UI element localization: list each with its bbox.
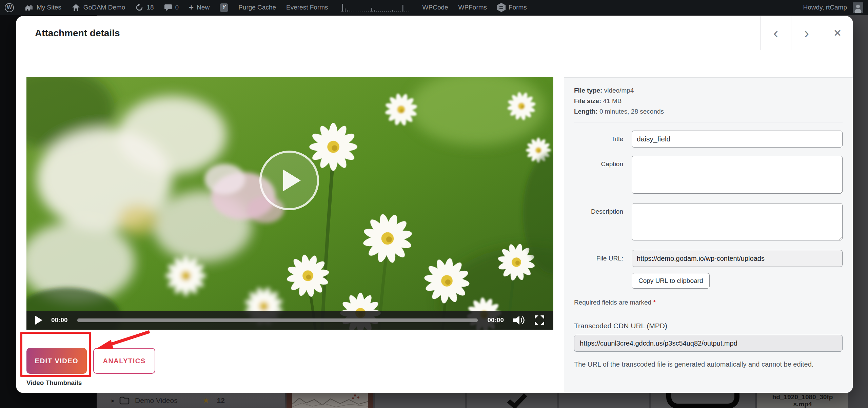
- yoast-menu[interactable]: Y: [215, 0, 233, 15]
- my-sites-menu[interactable]: My Sites: [19, 0, 66, 15]
- file-name-line: s.mp4: [793, 401, 812, 408]
- description-row: Description: [574, 203, 843, 242]
- volume-button[interactable]: [513, 315, 525, 326]
- video-thumbnails-heading: Video Thumbnails: [26, 379, 82, 387]
- folder-count: 12: [217, 396, 224, 405]
- play-button-icon[interactable]: [35, 316, 42, 325]
- updates-menu[interactable]: 18: [130, 0, 159, 15]
- wpcode-label: WPCode: [422, 4, 448, 11]
- copy-url-button[interactable]: Copy URL to clipboard: [632, 273, 710, 289]
- rounded-logo-outline: [666, 393, 739, 408]
- wp-admin-bar: W My Sites GoDAM Demo 18: [0, 0, 868, 15]
- comments-icon: [164, 4, 172, 12]
- next-attachment-button[interactable]: ›: [791, 16, 822, 50]
- my-sites-label: My Sites: [37, 4, 61, 11]
- media-tile-outline-logo: [651, 393, 755, 408]
- new-content-menu[interactable]: + New: [184, 0, 215, 15]
- fullscreen-button[interactable]: [534, 315, 545, 325]
- chevron-right-icon: ›: [804, 26, 809, 40]
- video-player[interactable]: 00:00 00:00: [26, 77, 553, 330]
- transcoded-url-input[interactable]: [574, 335, 843, 352]
- comments-menu[interactable]: 0: [159, 0, 184, 15]
- gravity-forms-menu[interactable]: Forms: [492, 0, 532, 15]
- query-sparkline[interactable]: [333, 0, 417, 15]
- media-grid-backdrop: hd_1920_1080_30fp s.mp4: [287, 393, 848, 408]
- purge-cache-menu[interactable]: Purge Cache: [233, 0, 281, 15]
- video-controls: 00:00 00:00: [26, 311, 553, 330]
- screen: ▸ Demo Videos ★ 12 hd_1920_1080_30fp: [0, 0, 868, 408]
- media-tile-filename: hd_1920_1080_30fp s.mp4: [757, 393, 848, 408]
- play-overlay-button[interactable]: [259, 151, 319, 210]
- attachment-info-sidebar: File type: video/mp4 File size: 41 MB Le…: [564, 77, 853, 393]
- home-icon: [72, 3, 80, 12]
- description-label: Description: [574, 203, 632, 242]
- howdy-label: Howdy, rtCamp: [803, 4, 847, 11]
- media-tile-chart: [287, 393, 373, 408]
- attachment-details-modal: Attachment details ‹ › ✕: [16, 16, 853, 393]
- avatar: [853, 2, 863, 13]
- file-url-label: File URL:: [574, 250, 632, 267]
- current-time: 00:00: [51, 316, 68, 324]
- purge-cache-label: Purge Cache: [238, 4, 276, 11]
- file-name-line: hd_1920_1080_30fp: [772, 393, 833, 401]
- media-tile: [559, 393, 649, 408]
- star-icon: ★: [203, 396, 210, 405]
- update-icon: [135, 3, 143, 12]
- folder-row-demo-videos: ▸ Demo Videos ★ 12: [97, 393, 285, 408]
- wordpress-icon: W: [5, 3, 14, 12]
- check-logo-icon: [506, 393, 528, 408]
- modal-title: Attachment details: [35, 16, 120, 50]
- file-type-line: File type: video/mp4: [574, 85, 843, 96]
- required-note-text: Required fields are marked: [574, 299, 651, 306]
- length-line: Length: 0 minutes, 28 seconds: [574, 106, 843, 117]
- forms-label: Forms: [509, 4, 527, 11]
- transcoded-url-label: Transcoded CDN URL (MPD): [574, 322, 843, 330]
- comment-count: 0: [175, 4, 179, 11]
- wpforms-menu[interactable]: WPForms: [453, 0, 492, 15]
- chevron-left-icon: ‹: [773, 26, 778, 40]
- close-modal-button[interactable]: ✕: [822, 16, 853, 50]
- transcoded-url-help: The URL of the transcoded file is genera…: [574, 359, 839, 369]
- site-name-label: GoDAM Demo: [83, 4, 125, 11]
- title-input[interactable]: [632, 131, 843, 148]
- previous-attachment-button[interactable]: ‹: [760, 16, 791, 50]
- file-url-row: File URL:: [574, 250, 843, 267]
- file-type-value: video/mp4: [604, 87, 634, 94]
- close-icon: ✕: [833, 28, 842, 38]
- title-label: Title: [574, 131, 632, 148]
- file-url-input[interactable]: [632, 250, 843, 267]
- modal-header: Attachment details ‹ › ✕: [16, 16, 853, 50]
- chevron-right-icon: ▸: [112, 397, 115, 404]
- length-label: Length:: [574, 108, 598, 115]
- folder-icon: [119, 396, 130, 405]
- title-row: Title: [574, 131, 843, 148]
- required-fields-note: Required fields are marked *: [574, 299, 843, 306]
- analytics-button[interactable]: ANALYTICS: [93, 348, 155, 374]
- edit-video-button[interactable]: EDIT VIDEO: [26, 348, 87, 374]
- divider: [574, 122, 843, 122]
- play-icon: [283, 170, 301, 191]
- caption-row: Caption: [574, 156, 843, 195]
- wpforms-label: WPForms: [458, 4, 487, 11]
- required-asterisk: *: [653, 299, 655, 306]
- gravity-forms-icon: [497, 3, 506, 12]
- progress-bar[interactable]: [77, 318, 478, 322]
- fullscreen-icon: [534, 315, 545, 325]
- caption-label: Caption: [574, 156, 632, 195]
- description-textarea[interactable]: [632, 203, 843, 240]
- caption-textarea[interactable]: [632, 156, 843, 194]
- file-size-value: 41 MB: [603, 97, 622, 104]
- wpcode-menu[interactable]: WPCode: [417, 0, 453, 15]
- folder-name: Demo Videos: [135, 396, 178, 405]
- new-label: New: [197, 4, 210, 11]
- media-tile-logo: [467, 393, 557, 408]
- plus-icon: +: [189, 4, 194, 11]
- account-menu[interactable]: Howdy, rtCamp: [798, 0, 868, 15]
- wordpress-logo[interactable]: W: [0, 0, 19, 15]
- site-name-menu[interactable]: GoDAM Demo: [66, 0, 131, 15]
- everest-forms-menu[interactable]: Everest Forms: [281, 0, 333, 15]
- volume-icon: [513, 315, 525, 326]
- sparkline-graph-icon: [341, 2, 409, 13]
- update-count: 18: [146, 4, 154, 11]
- my-sites-icon: [24, 3, 34, 12]
